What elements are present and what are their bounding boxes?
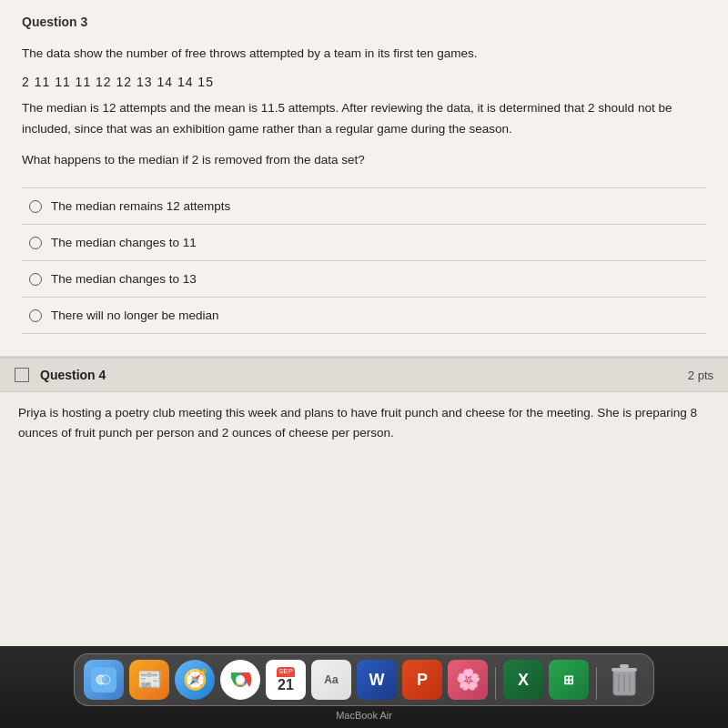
- radio-b[interactable]: [29, 237, 42, 249]
- choice-a-label: The median remains 12 attempts: [51, 199, 230, 213]
- dock-calendar[interactable]: SEP 21: [266, 660, 306, 700]
- main-content: Question 3 The data show the number of f…: [0, 0, 728, 646]
- radio-a[interactable]: [29, 200, 42, 213]
- question4-body: Priya is hosting a poetry club meeting t…: [0, 392, 728, 453]
- choice-d[interactable]: There will no longer be median: [22, 298, 706, 334]
- macbook-label: MacBook Air: [336, 710, 392, 721]
- dock-separator2: [596, 667, 597, 700]
- dock-news[interactable]: 📰: [129, 660, 169, 700]
- dock-word[interactable]: W: [357, 660, 397, 700]
- dock-area: 📰 🧭 SEP 21 Aa: [0, 646, 728, 728]
- radio-d[interactable]: [29, 309, 42, 322]
- choice-b-label: The median changes to 11: [51, 236, 197, 249]
- question3-prompt: What happens to the median if 2 is remov…: [22, 150, 706, 170]
- dock-photos[interactable]: 🌸: [448, 660, 488, 700]
- radio-c[interactable]: [29, 273, 42, 286]
- screen: Question 3 The data show the number of f…: [0, 0, 728, 728]
- svg-rect-8: [620, 664, 629, 668]
- question4-pts: 2 pts: [688, 369, 713, 382]
- answer-choices: The median remains 12 attempts The media…: [22, 187, 706, 334]
- choice-d-label: There will no longer be median: [51, 308, 219, 322]
- dock-excel[interactable]: X: [503, 660, 543, 700]
- svg-point-5: [236, 675, 245, 684]
- question4-text: Priya is hosting a poetry club meeting t…: [18, 406, 697, 440]
- question4-section: Question 4 2 pts Priya is hosting a poet…: [0, 357, 728, 453]
- dock-safari[interactable]: 🧭: [175, 660, 215, 700]
- choice-a[interactable]: The median remains 12 attempts: [22, 188, 706, 225]
- question3-section: Question 3 The data show the number of f…: [0, 0, 728, 357]
- question3-description: The median is 12 attempts and the mean i…: [22, 98, 706, 139]
- question4-checkbox[interactable]: [15, 368, 29, 382]
- question3-intro: The data show the number of free throws …: [22, 44, 706, 64]
- dock-separator: [495, 667, 496, 700]
- dock-trash[interactable]: [604, 660, 644, 700]
- question4-title: Question 4: [40, 368, 677, 382]
- dock: 📰 🧭 SEP 21 Aa: [74, 653, 654, 706]
- choice-b[interactable]: The median changes to 11: [22, 225, 706, 261]
- dock-powerpoint[interactable]: P: [402, 660, 442, 700]
- dock-finder[interactable]: [84, 660, 124, 700]
- dock-numbers[interactable]: ⊞: [549, 660, 589, 700]
- svg-rect-7: [612, 668, 637, 672]
- question3-header: Question 3: [22, 15, 706, 29]
- data-values: 2 11 11 11 12 12 13 14 14 15: [22, 75, 706, 89]
- choice-c[interactable]: The median changes to 13: [22, 261, 706, 298]
- svg-point-2: [101, 675, 110, 684]
- choice-c-label: The median changes to 13: [51, 272, 197, 286]
- dock-chrome[interactable]: [220, 660, 260, 700]
- dock-dictionary[interactable]: Aa: [311, 660, 351, 700]
- question4-header: Question 4 2 pts: [0, 359, 728, 392]
